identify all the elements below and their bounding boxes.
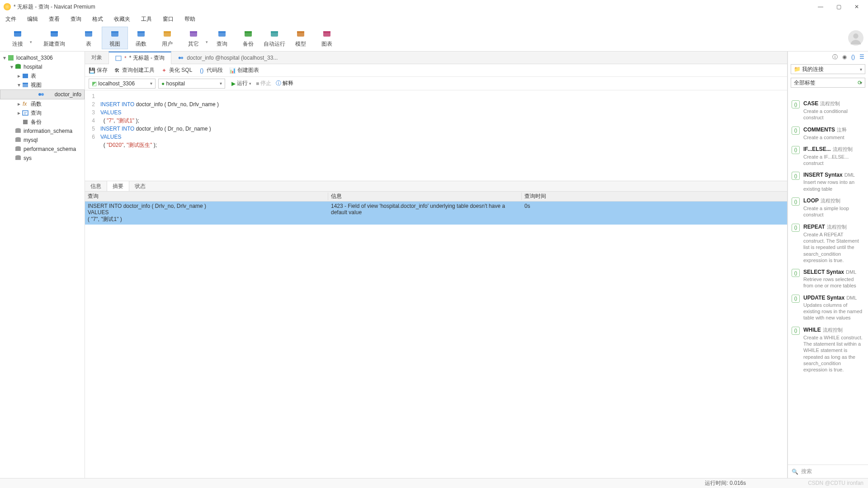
toolbar-other[interactable]: 其它 [180, 27, 207, 49]
expand-icon[interactable]: ▾ [9, 64, 14, 70]
menu-文件[interactable]: 文件 [5, 15, 16, 23]
tree-information_schema[interactable]: information_schema [0, 127, 85, 136]
snippet-search[interactable]: 🔍搜索 [788, 465, 868, 478]
save-button[interactable]: 💾保存 [89, 66, 108, 74]
toolbar-table[interactable]: 表 [75, 27, 102, 49]
menu-编辑[interactable]: 编辑 [27, 15, 38, 23]
refresh-icon[interactable]: ⟳ [858, 80, 868, 86]
col-query[interactable]: 查询 [85, 192, 328, 200]
stop-button[interactable]: ■停止 [256, 80, 271, 87]
col-info[interactable]: 信息 [328, 192, 522, 200]
user-avatar[interactable] [848, 30, 863, 46]
tree-sys[interactable]: sys [0, 154, 85, 163]
tree-查询[interactable]: ▸查询 [0, 108, 85, 117]
result-tab-摘要[interactable]: 摘要 [107, 181, 129, 191]
toolbar-newquery[interactable]: 新建查询 [41, 27, 67, 49]
menu-工具[interactable]: 工具 [141, 15, 152, 23]
snippet-WHILE[interactable]: ()WHILE流程控制Create a WHILE construct. The… [788, 324, 868, 376]
tree-doctor_info[interactable]: doctor_info [0, 89, 85, 99]
minimize-button[interactable]: — [816, 3, 825, 11]
tab-* 无标题 - 查询[interactable]: ** 无标题 - 查询 [108, 52, 171, 64]
view-icon [109, 28, 120, 39]
snippet-IF...ELSE...[interactable]: ()IF...ELSE...流程控制Create a IF...ELSE... … [788, 143, 868, 169]
svg-point-32 [41, 93, 44, 96]
expand-icon[interactable]: ▾ [16, 82, 22, 88]
tree-视图[interactable]: ▾视图 [0, 80, 85, 89]
menu-查看[interactable]: 查看 [49, 15, 60, 23]
toolbar-plug[interactable]: 连接 [5, 27, 31, 49]
tree-表[interactable]: ▸表 [0, 71, 85, 80]
chart-icon: 📊 [229, 67, 236, 74]
robot-icon [269, 28, 280, 39]
tree-函数[interactable]: ▸fx函数 [0, 99, 85, 108]
toolbar-fx[interactable]: 函数 [128, 27, 154, 49]
menu-窗口[interactable]: 窗口 [163, 15, 174, 23]
explain-button[interactable]: ⓘ解释 [276, 80, 293, 87]
result-tab-信息[interactable]: 信息 [85, 181, 107, 191]
svg-rect-13 [190, 31, 197, 33]
my-connections-select[interactable]: 📁 我的连接▾ [791, 64, 865, 74]
tree-备份[interactable]: 备份 [0, 117, 85, 127]
menu-格式[interactable]: 格式 [92, 15, 103, 23]
qry-icon [22, 109, 29, 117]
svg-point-31 [38, 93, 41, 96]
snippet-INSERT Syntax[interactable]: ()INSERT SyntaxDMLInsert new rows into a… [788, 169, 868, 195]
snippet-LOOP[interactable]: ()LOOP流程控制Create a simple loop construct [788, 195, 868, 221]
close-button[interactable]: ✕ [853, 3, 861, 11]
tree-mysql[interactable]: mysql [0, 136, 85, 145]
tags-select[interactable]: 全部标签▾ [791, 78, 865, 88]
watermark: CSDN @CDTU ironfan [808, 480, 863, 486]
svg-rect-7 [111, 31, 118, 33]
expand-icon[interactable]: ▸ [16, 101, 22, 107]
list-icon[interactable]: ☰ [859, 54, 864, 60]
snippet-SELECT Syntax[interactable]: ()SELECT SyntaxDMLRetrieve rows selected… [788, 266, 868, 292]
svg-rect-3 [51, 31, 58, 33]
col-time[interactable]: 查询时间 [522, 192, 787, 200]
sql-editor[interactable]: 123456 INSERT INTO doctor_info ( Drlv_no… [85, 90, 787, 181]
beautify-sql-button[interactable]: ✦美化 SQL [161, 66, 192, 74]
svg-rect-5 [85, 31, 92, 33]
query-toolbar: 💾保存 🛠查询创建工具 ✦美化 SQL ()代码段 📊创建图表 [85, 64, 787, 77]
info-icon[interactable]: ⓘ [832, 53, 838, 61]
menu-收藏夹[interactable]: 收藏夹 [114, 15, 130, 23]
toolbar-robot[interactable]: 自动运行 [261, 27, 288, 49]
code-body[interactable]: INSERT INTO doctor_info ( Drlv_no, Drlv_… [98, 90, 222, 181]
toolbar-user[interactable]: 用户 [154, 27, 180, 49]
tab-对象[interactable]: 对象 [85, 52, 108, 64]
brackets-icon[interactable]: () [851, 54, 855, 60]
toolbar-backup[interactable]: 备份 [235, 27, 261, 49]
snippet-icon: () [792, 100, 800, 108]
svg-rect-19 [271, 31, 278, 33]
database-select[interactable]: ● hospital▾ [158, 79, 225, 89]
tree-hospital[interactable]: ▾hospital [0, 62, 85, 71]
expand-icon[interactable]: ▸ [16, 110, 22, 116]
snippet-UPDATE Syntax[interactable]: ()UPDATE SyntaxDMLUpdates columns of exi… [788, 292, 868, 324]
toolbar-query[interactable]: 查询 [209, 27, 235, 49]
code-snippet-button[interactable]: ()代码段 [198, 66, 223, 74]
result-tab-状态[interactable]: 状态 [129, 181, 151, 191]
query-builder-button[interactable]: 🛠查询创建工具 [114, 66, 155, 74]
dbg-icon [14, 145, 22, 153]
expand-icon[interactable]: ▾ [2, 55, 7, 61]
tree-localhost_3306[interactable]: ▾localhost_3306 [0, 53, 85, 62]
main-toolbar: 连接▾新建查询表视图函数用户其它▾查询备份自动运行模型图表 [0, 25, 868, 52]
svg-rect-44 [116, 56, 121, 61]
toolbar-model[interactable]: 模型 [288, 27, 314, 49]
create-chart-button[interactable]: 📊创建图表 [229, 66, 259, 74]
toolbar-chart[interactable]: 图表 [314, 27, 340, 49]
menu-帮助[interactable]: 帮助 [184, 15, 195, 23]
connection-select[interactable]: ◩ localhost_3306▾ [89, 79, 156, 89]
snippet-COMMENTS[interactable]: ()COMMENTS注释Create a comment [788, 124, 868, 143]
toolbar-view[interactable]: 视图 [102, 27, 128, 49]
snippet-CASE[interactable]: ()CASE流程控制Create a conditional construct [788, 98, 868, 124]
expand-icon[interactable]: ▸ [16, 73, 22, 79]
eye-icon[interactable]: ◉ [842, 54, 847, 60]
tree-performance_schema[interactable]: performance_schema [0, 145, 85, 154]
snippet-REPEAT[interactable]: ()REPEAT流程控制Create A REPEAT construct. T… [788, 221, 868, 266]
tab-doctor_info @hospital (localhost_33...[interactable]: doctor_info @hospital (localhost_33... [171, 52, 284, 64]
menu-查询[interactable]: 查询 [71, 15, 81, 23]
snippet-icon: () [792, 127, 800, 135]
result-row[interactable]: INSERT INTO doctor_info ( Drlv_no, Drlv_… [85, 202, 787, 225]
maximize-button[interactable]: ▢ [835, 3, 843, 11]
run-button[interactable]: ▶运行▾ [231, 80, 251, 87]
